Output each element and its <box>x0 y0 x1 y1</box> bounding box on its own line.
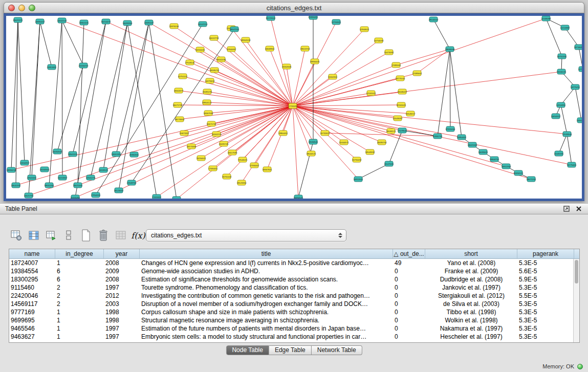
network-node[interactable]: 16454121 <box>294 195 303 199</box>
table-body[interactable]: 1872400712008Changes of HCN gene express… <box>9 259 573 342</box>
network-node[interactable]: 42751121 <box>178 74 188 79</box>
network-node[interactable]: 16162511 <box>328 74 338 79</box>
network-node[interactable]: 18541121 <box>68 151 78 157</box>
network-node[interactable]: 19734093 <box>574 45 582 50</box>
scrollbar-thumb[interactable] <box>575 260 578 283</box>
network-node[interactable]: 18044121 <box>307 151 316 156</box>
network-node[interactable]: 16213307 <box>58 175 68 180</box>
network-node[interactable]: 12944467 <box>227 47 236 52</box>
table-row[interactable]: 977716911998Corpus callosum shape and si… <box>9 308 573 316</box>
network-node[interactable]: 81830411 <box>309 16 318 19</box>
network-node[interactable]: 17485601 <box>412 71 422 76</box>
network-node[interactable]: 20160213 <box>79 63 89 68</box>
network-node[interactable]: 59051354 <box>45 183 54 188</box>
network-node[interactable]: 25160502 <box>40 167 50 172</box>
network-node[interactable]: 20091745 <box>219 141 229 146</box>
column-header-short[interactable]: short <box>425 249 517 258</box>
network-node[interactable]: 16761442 <box>222 174 232 179</box>
import-table-button[interactable] <box>43 228 59 243</box>
new-column-button[interactable] <box>78 228 94 243</box>
network-node[interactable]: 22043097 <box>393 116 403 121</box>
network-node[interactable]: 74530131 <box>557 69 567 74</box>
network-node[interactable]: 18301121 <box>79 20 89 25</box>
network-node[interactable]: 16046427 <box>398 89 407 94</box>
network-node[interactable]: 17033544 <box>562 132 572 137</box>
network-node[interactable]: 36071731 <box>173 102 183 107</box>
network-node[interactable]: 98779932 <box>175 117 185 122</box>
column-header-name[interactable]: name <box>9 249 55 258</box>
network-node[interactable]: 19773354 <box>187 144 197 149</box>
network-canvas-area[interactable]: 1724026183020181294446716642436181857311… <box>6 16 582 199</box>
column-header-in_degree[interactable]: in_degree <box>55 249 104 258</box>
network-node[interactable]: 90214471 <box>101 19 111 24</box>
network-node[interactable]: 22091147 <box>144 20 154 25</box>
network-node[interactable]: 67991731 <box>433 134 443 139</box>
delete-column-button[interactable] <box>96 228 111 243</box>
network-node[interactable]: 18990214 <box>7 167 16 172</box>
network-node[interactable]: 18367821 <box>263 167 272 172</box>
network-node[interactable]: 17594407 <box>250 163 259 168</box>
network-node[interactable]: 12753321 <box>332 19 341 25</box>
network-node[interactable]: 30671731 <box>207 121 216 126</box>
network-node[interactable]: 19021441 <box>73 183 83 188</box>
network-node[interactable]: 18303377 <box>174 88 184 93</box>
network-node[interactable]: 92450121 <box>514 170 524 176</box>
tab-edge-table[interactable]: Edge Table <box>269 345 312 355</box>
table-row[interactable]: 969969511998Structural magnetic resonanc… <box>9 316 573 324</box>
table-row[interactable]: 946362711997Embryonic stem cells: a mode… <box>9 333 573 341</box>
network-node[interactable]: 12341275 <box>86 175 96 180</box>
network-node[interactable]: 15976156 <box>169 24 179 29</box>
network-node[interactable]: 14275612 <box>205 78 215 83</box>
network-node[interactable]: 27518141 <box>185 60 195 65</box>
row-height-button[interactable] <box>61 228 76 243</box>
network-node[interactable]: 17033411 <box>152 194 162 199</box>
network-node[interactable]: 12161021 <box>366 91 376 96</box>
network-node[interactable]: 20116454 <box>71 195 80 199</box>
network-node[interactable]: 16209121 <box>99 167 108 172</box>
network-node[interactable]: 17594411 <box>208 166 218 171</box>
network-node[interactable]: 16912354 <box>502 164 511 169</box>
table-row[interactable]: 1830029562008Estimation of significance … <box>9 275 573 283</box>
network-node[interactable]: 12944621 <box>360 27 369 32</box>
network-node[interactable]: 16755432 <box>352 157 362 162</box>
table-selector-dropdown[interactable]: citations_edges.txt <box>146 229 346 242</box>
network-node[interactable]: 32161021 <box>397 102 406 107</box>
tab-network-table[interactable]: Network Table <box>312 345 362 355</box>
minimize-window-button[interactable] <box>18 5 25 11</box>
network-node[interactable]: 11045331 <box>554 151 564 156</box>
column-header-year[interactable]: year <box>104 249 140 258</box>
network-node[interactable]: 10654327 <box>551 114 561 119</box>
network-node[interactable]: 17079541 <box>398 128 407 133</box>
column-header-out_de[interactable]: △ out_de... <box>393 249 425 258</box>
table-row[interactable]: 2242004622012Investigating the contribut… <box>9 292 573 300</box>
network-node[interactable]: 19041331 <box>11 183 21 188</box>
network-node[interactable]: 20127031 <box>384 161 394 166</box>
network-node[interactable]: 18021341 <box>468 142 477 147</box>
network-node[interactable]: 18549332 <box>365 149 375 155</box>
network-node[interactable]: 15953127 <box>577 118 582 123</box>
network-node[interactable]: 14002147 <box>57 18 67 23</box>
network-node[interactable]: 26360511 <box>129 152 139 157</box>
network-node[interactable]: 92751331 <box>557 54 567 59</box>
network-node[interactable]: 30954411 <box>457 135 467 140</box>
network-node[interactable]: 20541611 <box>27 175 37 180</box>
network-node[interactable]: 1724026 <box>289 103 297 108</box>
network-node[interactable]: 16046121 <box>386 128 396 134</box>
network-node[interactable]: 72544021 <box>238 157 248 162</box>
tab-node-table[interactable]: Node Table <box>226 345 269 355</box>
network-node[interactable]: 18775211 <box>571 84 580 90</box>
table-settings-button[interactable] <box>9 228 24 243</box>
network-node[interactable]: 60012733 <box>209 35 219 40</box>
network-node[interactable]: 18547201 <box>230 27 239 32</box>
zoom-window-button[interactable] <box>29 5 35 11</box>
table-row[interactable]: 1872400712008Changes of HCN gene express… <box>9 259 573 267</box>
show-columns-button[interactable] <box>26 228 41 243</box>
network-node[interactable]: 12213987 <box>560 25 570 30</box>
network-node[interactable]: 12650917 <box>20 160 30 165</box>
network-node[interactable]: 16642436 <box>216 57 226 62</box>
column-header-pagerank[interactable]: pagerank <box>517 249 574 258</box>
network-node[interactable]: 18123354 <box>237 180 247 185</box>
network-node[interactable]: 16849901 <box>265 46 275 51</box>
network-node[interactable]: 19804411 <box>278 130 288 136</box>
network-node[interactable]: 20673311 <box>180 130 189 136</box>
